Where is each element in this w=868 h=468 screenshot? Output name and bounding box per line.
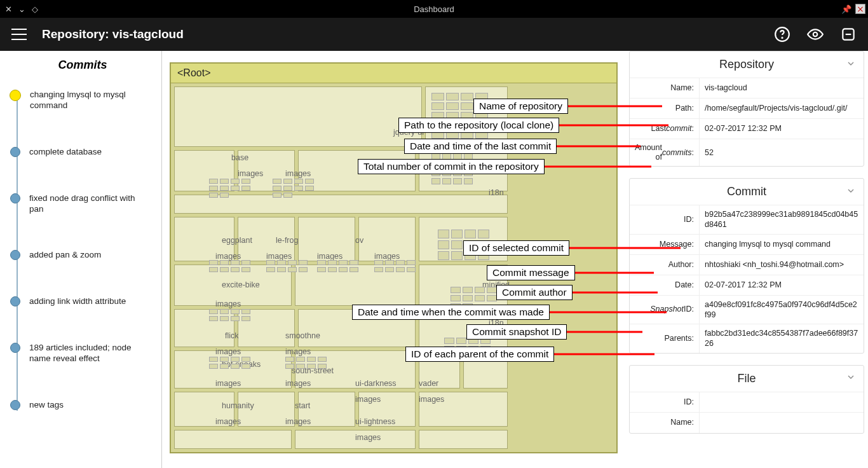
minimize-icon[interactable] xyxy=(840,26,857,43)
help-icon[interactable] xyxy=(774,26,790,43)
treemap-root-label[interactable]: <Root> xyxy=(171,64,616,83)
annotation-label: ID of each parent of the commit xyxy=(405,347,554,362)
kv-value: vis-tagcloud xyxy=(700,78,864,98)
annotation-line xyxy=(550,312,667,313)
annotation-callout: Commit message xyxy=(487,265,575,280)
treemap-label: eggplant xyxy=(222,236,252,245)
annotation-callout: ID of each parent of the commit xyxy=(405,347,554,362)
treemap-label: base xyxy=(231,153,248,162)
treemap-label: le-frog xyxy=(276,236,298,245)
kv-row: Path:/home/segfault/Projects/vis-tagclou… xyxy=(630,99,864,119)
kv-value: changing lmysql to mysql command xyxy=(700,235,864,254)
kv-value: b92b5a47c238999ec31ab9891845cd04b45d8461 xyxy=(700,205,864,234)
commit-item[interactable]: new tags xyxy=(10,400,155,411)
kv-row: Parents:fabbc2bd31edc34c8554387f7adee66f… xyxy=(630,324,864,353)
annotation-label: Name of repository xyxy=(473,99,568,114)
chevron-down-icon xyxy=(846,59,856,71)
treemap-label: images xyxy=(215,299,241,308)
annotation-callout: Total number of commit in the repository xyxy=(358,159,545,174)
kv-value: 02-07-2017 12:32 PM xyxy=(700,119,864,139)
commit-item[interactable]: 189 articles included; node name reveal … xyxy=(10,343,155,364)
window-min-icon[interactable]: ⌄ xyxy=(18,4,25,14)
treemap-node[interactable] xyxy=(174,86,422,147)
treemap-label: start xyxy=(295,401,310,410)
annotation-label: Commit snapshot ID xyxy=(466,324,567,340)
chevron-down-icon xyxy=(846,186,856,198)
kv-value: fabbc2bd31edc34c8554387f7adee66f89f3726 xyxy=(700,324,864,353)
annotation-line xyxy=(567,331,642,333)
commit-dot[interactable] xyxy=(10,343,20,353)
annotation-line xyxy=(573,292,658,294)
commit-item[interactable]: complete database xyxy=(10,147,155,158)
eye-icon[interactable] xyxy=(807,26,824,43)
menu-icon[interactable] xyxy=(11,29,27,40)
window-close-button[interactable] xyxy=(855,4,865,14)
kv-key: Parents: xyxy=(630,324,700,353)
annotation-label: Commit author xyxy=(496,285,573,300)
treemap-node[interactable] xyxy=(419,430,508,449)
kv-row: Snapshot ID:a409e8cf091fc8c4975a0f9740c9… xyxy=(630,296,864,325)
svg-point-1 xyxy=(782,38,782,38)
panel-title: File xyxy=(737,372,756,385)
kv-value xyxy=(700,413,864,433)
treemap-label: images xyxy=(285,169,311,178)
panel-title: Commit xyxy=(727,185,766,198)
panel-title: Repository xyxy=(719,58,774,71)
window-max-icon[interactable]: ◇ xyxy=(32,4,38,14)
commit-message: adding link width attribute xyxy=(29,296,126,307)
treemap-label: images xyxy=(374,252,400,261)
treemap-label: images xyxy=(238,169,263,178)
kv-key: ID: xyxy=(630,205,700,234)
kv-value: /home/segfault/Projects/vis-tagcloud/.gi… xyxy=(700,99,864,118)
commit-message: complete database xyxy=(29,147,102,158)
main: Commits changing lmysql to mysql command… xyxy=(0,51,868,468)
kv-row: ID:b92b5a47c238999ec31ab9891845cd04b45d8… xyxy=(630,205,864,235)
commit-dot[interactable] xyxy=(10,193,20,203)
repository-panel: Repository Name:vis-tagcloudPath:/home/s… xyxy=(629,51,864,167)
app-header: Repository: vis-tagcloud xyxy=(0,18,868,51)
commit-rows: ID:b92b5a47c238999ec31ab9891845cd04b45d8… xyxy=(630,205,864,353)
kv-row: ID: xyxy=(630,392,864,413)
treemap-label: i18n xyxy=(489,188,504,197)
treemap-label: images xyxy=(266,252,292,261)
file-panel-header[interactable]: File xyxy=(630,366,864,392)
commit-dot[interactable] xyxy=(10,296,20,306)
commit-dot[interactable] xyxy=(10,250,20,260)
kv-value: nhtoshiaki <nh_toshi.94@hotmail.com> xyxy=(700,255,864,275)
treemap-label: images xyxy=(285,379,311,388)
treemap-label: images xyxy=(285,347,311,356)
kv-row: Last commit:02-07-2017 12:32 PM xyxy=(630,119,864,139)
annotation-line xyxy=(545,166,651,168)
kv-key: ID: xyxy=(630,392,700,412)
file-panel: File ID:Name: xyxy=(629,365,864,434)
commit-item[interactable]: added pan & zoom xyxy=(10,250,155,261)
commit-dot[interactable] xyxy=(10,90,21,101)
commit-message: fixed node drag conflict with pan xyxy=(29,193,144,215)
svg-point-2 xyxy=(813,32,818,37)
treemap-label: excite-bike xyxy=(222,280,260,289)
annotation-label: Date and time of the last commit xyxy=(404,139,557,154)
kv-row: Name: xyxy=(630,413,864,433)
treemap-label: images xyxy=(215,347,241,356)
commit-item[interactable]: changing lmysql to mysql command xyxy=(10,90,155,111)
page-title: Repository: vis-tagcloud xyxy=(42,27,184,41)
repository-panel-header[interactable]: Repository xyxy=(630,52,864,78)
commit-item[interactable]: fixed node drag conflict with pan xyxy=(10,193,155,215)
treemap-label: images xyxy=(419,395,444,404)
pin-icon[interactable]: 📌 xyxy=(841,4,851,14)
annotation-callout: Date and time when the commit was made xyxy=(352,305,550,320)
treemap-label: ov xyxy=(355,236,363,245)
treemap-node[interactable] xyxy=(174,430,292,449)
commit-message: changing lmysql to mysql command xyxy=(30,90,144,111)
commit-dot[interactable] xyxy=(10,400,20,410)
window-close-icon[interactable]: ✕ xyxy=(5,4,12,14)
commit-dot[interactable] xyxy=(10,147,20,157)
commit-panel-header[interactable]: Commit xyxy=(630,179,864,205)
kv-row: Message:changing lmysql to mysql command xyxy=(630,235,864,255)
commit-item[interactable]: adding link width attribute xyxy=(10,296,155,307)
treemap-label: images xyxy=(215,252,241,261)
kv-key: Snapshot ID: xyxy=(630,296,700,324)
kv-value: 02-07-2017 12:32 PM xyxy=(700,275,864,295)
kv-row: Date:02-07-2017 12:32 PM xyxy=(630,275,864,296)
annotation-callout: Name of repository xyxy=(473,99,568,114)
